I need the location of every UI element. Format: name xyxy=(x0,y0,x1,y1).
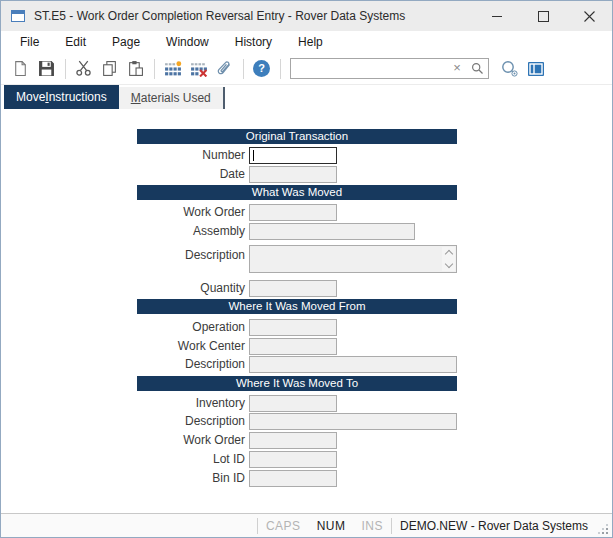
tab-materials-used[interactable]: Materials Used xyxy=(119,87,225,109)
status-context: DEMO.NEW - Rover Data Systems xyxy=(400,519,588,533)
quantity-field[interactable] xyxy=(249,280,337,297)
lot-id-field[interactable] xyxy=(249,451,337,468)
delete-rows-icon xyxy=(190,60,208,77)
bin-id-field[interactable] xyxy=(249,470,337,487)
clear-search-icon[interactable]: × xyxy=(449,59,465,77)
menu-history[interactable]: History xyxy=(222,32,285,52)
layout-button[interactable] xyxy=(523,56,548,82)
form-area: Original Transaction Number Date What Wa… xyxy=(1,109,612,513)
minimize-button[interactable] xyxy=(474,1,520,31)
toolbar-separator xyxy=(243,59,244,79)
ins-indicator: INS xyxy=(361,519,383,533)
field-label: Quantity xyxy=(101,281,245,296)
insert-rows-icon xyxy=(164,60,182,77)
field-label: Inventory xyxy=(101,396,245,411)
field-label: Operation xyxy=(101,320,245,335)
status-separator xyxy=(391,518,392,534)
field-label: Description xyxy=(101,414,245,429)
layout-grid-icon xyxy=(527,60,545,78)
menu-help[interactable]: Help xyxy=(285,32,336,52)
textarea-scrollbar xyxy=(442,247,455,271)
paste-button[interactable] xyxy=(123,56,148,82)
cut-button[interactable] xyxy=(71,56,96,82)
window-title: ST.E5 - Work Order Completion Reversal E… xyxy=(34,9,405,23)
section-where-moved-from: Where It Was Moved From xyxy=(137,299,457,314)
to-description-field[interactable] xyxy=(249,413,457,430)
close-button[interactable] xyxy=(566,1,612,31)
copy-icon xyxy=(101,60,118,77)
section-where-moved-to: Where It Was Moved To xyxy=(137,376,457,391)
titlebar[interactable]: ST.E5 - Work Order Completion Reversal E… xyxy=(1,1,612,31)
operation-field[interactable] xyxy=(249,319,337,336)
new-document-icon xyxy=(12,60,29,77)
save-button[interactable] xyxy=(34,56,59,82)
field-label: Work Order xyxy=(101,433,245,448)
preview-button[interactable] xyxy=(497,56,522,82)
tab-move-instructions[interactable]: Move Instructions xyxy=(4,85,119,109)
app-window: ST.E5 - Work Order Completion Reversal E… xyxy=(0,0,613,538)
save-icon xyxy=(38,60,55,77)
to-work-order-field[interactable] xyxy=(249,432,337,449)
status-separator xyxy=(257,518,258,534)
menu-window[interactable]: Window xyxy=(153,32,222,52)
num-indicator: NUM xyxy=(317,519,346,533)
toolbar-separator xyxy=(154,59,155,79)
section-what-was-moved: What Was Moved xyxy=(137,185,457,200)
field-label: Lot ID xyxy=(101,452,245,467)
inventory-field[interactable] xyxy=(249,395,337,412)
description-field[interactable] xyxy=(249,245,457,273)
caps-indicator: CAPS xyxy=(266,519,301,533)
cut-icon xyxy=(75,60,92,77)
tabstrip: Move Instructions Materials Used xyxy=(1,85,612,109)
text-cursor xyxy=(253,150,254,161)
help-button[interactable]: ? xyxy=(249,56,274,82)
field-label: Date xyxy=(101,167,245,182)
field-label: Assembly xyxy=(101,224,245,239)
paperclip-icon xyxy=(216,60,233,77)
number-field[interactable] xyxy=(249,147,337,164)
search-box: × xyxy=(290,58,489,79)
field-label: Bin ID xyxy=(101,471,245,486)
field-label: Number xyxy=(101,148,245,163)
statusbar: CAPS NUM INS DEMO.NEW - Rover Data Syste… xyxy=(1,513,612,537)
attachment-button[interactable] xyxy=(212,56,237,82)
maximize-button[interactable] xyxy=(520,1,566,31)
menubar: File Edit Page Window History Help xyxy=(1,31,612,53)
paste-icon xyxy=(127,60,144,77)
work-center-field[interactable] xyxy=(249,338,337,355)
insert-rows-button[interactable] xyxy=(160,56,185,82)
field-label: Work Center xyxy=(101,339,245,354)
help-icon: ? xyxy=(253,60,270,77)
copy-button[interactable] xyxy=(97,56,122,82)
toolbar-separator xyxy=(65,59,66,79)
window-controls xyxy=(474,1,612,31)
field-label: Description xyxy=(101,248,245,263)
assembly-field[interactable] xyxy=(249,223,415,240)
chevron-up-icon xyxy=(444,250,452,258)
chevron-down-icon xyxy=(444,260,452,268)
toolbar-separator xyxy=(280,59,281,79)
section-original-transaction: Original Transaction xyxy=(137,129,457,144)
date-field[interactable] xyxy=(249,166,337,183)
app-icon xyxy=(10,8,26,24)
delete-rows-button[interactable] xyxy=(186,56,211,82)
magnifier-eye-icon xyxy=(500,60,520,78)
menu-page[interactable]: Page xyxy=(99,32,153,52)
menu-file[interactable]: File xyxy=(7,32,52,52)
resize-grip[interactable] xyxy=(598,514,610,538)
field-label: Work Order xyxy=(101,205,245,220)
search-icon[interactable] xyxy=(468,59,486,77)
new-document-button[interactable] xyxy=(8,56,33,82)
field-label: Description xyxy=(101,357,245,372)
menu-edit[interactable]: Edit xyxy=(52,32,99,52)
from-description-field[interactable] xyxy=(249,356,457,373)
toolbar: ? × xyxy=(1,53,612,85)
work-order-field[interactable] xyxy=(249,204,337,221)
